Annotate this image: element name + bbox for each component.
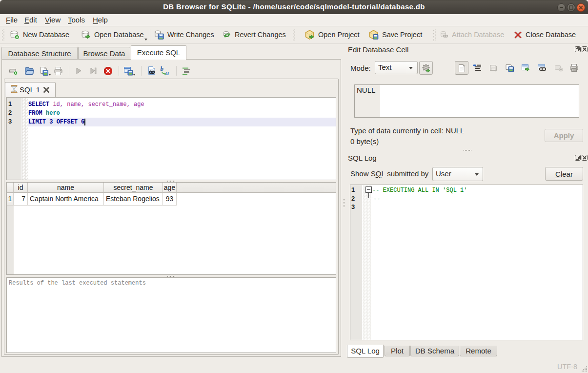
svg-text:b: b xyxy=(161,65,164,72)
svg-text:a: a xyxy=(165,69,169,76)
